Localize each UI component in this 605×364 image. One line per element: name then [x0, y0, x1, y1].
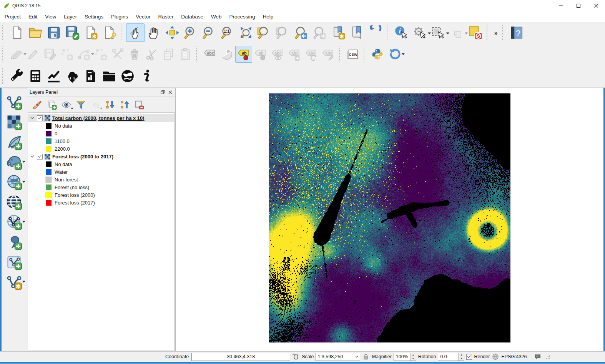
messages-icon[interactable] — [534, 353, 542, 361]
add-wcs-layer-button[interactable] — [4, 192, 25, 212]
plugin-settings-button[interactable] — [8, 67, 26, 85]
new-project-button[interactable] — [8, 23, 26, 42]
resize-grip[interactable] — [546, 354, 550, 359]
add-group-button[interactable] — [44, 98, 59, 111]
add-wfs-layer-button[interactable] — [4, 212, 25, 232]
deselect-all-button[interactable] — [466, 23, 484, 42]
new-geopackage-layer-button[interactable] — [4, 252, 25, 272]
crs-status-icon[interactable] — [492, 353, 499, 361]
remove-layer-button[interactable] — [132, 98, 146, 111]
refresh-button[interactable] — [366, 23, 384, 42]
plugin-folder-button[interactable] — [100, 67, 118, 85]
pin-unpin-labels-button[interactable]: ab — [235, 46, 252, 63]
metasearch-csw-button[interactable]: CSW — [344, 46, 361, 63]
toolbar-drag-handle[interactable] — [502, 25, 506, 40]
dropdown-arrow-icon[interactable] — [402, 53, 405, 55]
cut-features-button[interactable] — [143, 46, 160, 63]
select-features-button[interactable] — [429, 23, 447, 42]
node-tool-button[interactable]: ✱ — [75, 46, 92, 63]
scale-combobox[interactable]: 1:3,598,250 — [316, 353, 360, 361]
menu-vector[interactable]: Vector — [132, 12, 154, 21]
toolbar-drag-handle[interactable] — [196, 47, 200, 62]
magnifier-spinbox[interactable]: 100% ▲▼ — [394, 353, 416, 361]
identify-features-button[interactable]: i — [392, 23, 411, 42]
toolbar-extension-button[interactable]: » — [492, 30, 500, 36]
move-label-button[interactable]: abc — [286, 46, 303, 63]
toolbar-drag-handle[interactable] — [2, 47, 6, 62]
toolbar-drag-handle[interactable] — [2, 25, 6, 40]
filter-expression-button[interactable]: ε — [88, 98, 103, 111]
add-feature-button[interactable]: ✱ — [58, 46, 75, 63]
menu-raster[interactable]: Raster — [155, 12, 178, 21]
float-panel-icon[interactable] — [160, 90, 165, 95]
zoom-in-button[interactable] — [181, 23, 200, 42]
add-spatialite-layer-button[interactable] — [4, 132, 25, 152]
render-checkbox-box[interactable] — [466, 354, 472, 360]
zoom-to-layer-button[interactable] — [255, 23, 274, 42]
layer-item[interactable]: Forest loss (2000 to 2017) — [28, 153, 174, 160]
extents-toggle-icon[interactable] — [292, 353, 300, 361]
show-bookmarks-button[interactable] — [347, 23, 366, 42]
current-edits-button[interactable] — [8, 46, 25, 63]
rotate-label-button[interactable]: abc — [303, 46, 320, 63]
plugin-report-button[interactable] — [81, 67, 100, 85]
copy-features-button[interactable] — [160, 46, 177, 63]
highlight-pinned-labels-button[interactable]: ab — [252, 46, 269, 63]
python-console-button[interactable] — [369, 46, 386, 63]
toolbar-drag-handle[interactable] — [121, 25, 125, 40]
menu-processing[interactable]: Processing — [226, 12, 259, 21]
pan-to-selection-button[interactable] — [163, 23, 181, 42]
toolbar-drag-handle[interactable] — [339, 47, 343, 62]
layer-labeling-options-button[interactable]: abc — [201, 46, 218, 63]
run-feature-action-button[interactable] — [411, 23, 429, 42]
zoom-to-selection-button[interactable] — [274, 23, 292, 42]
expander-icon[interactable] — [30, 116, 35, 120]
plugin-globe-button[interactable] — [118, 67, 137, 85]
change-label-button[interactable]: abc — [320, 46, 337, 63]
paste-features-button[interactable] — [177, 46, 194, 63]
add-postgis-layer-button[interactable] — [4, 152, 25, 172]
zoom-out-button[interactable] — [200, 23, 218, 42]
filter-legend-button[interactable] — [73, 98, 88, 111]
toggle-editing-button[interactable] — [25, 46, 42, 63]
undo-redo-button[interactable] — [386, 46, 403, 63]
zoom-full-button[interactable] — [237, 23, 255, 42]
coordinate-input[interactable]: 30.463,4.318 — [191, 353, 290, 361]
pan-map-button[interactable] — [145, 23, 163, 42]
add-vector-layer-button[interactable] — [4, 92, 25, 112]
add-wms-layer-button[interactable] — [4, 172, 25, 192]
plugin-statistics-button[interactable] — [45, 67, 63, 85]
toolbar-drag-handle[interactable] — [364, 47, 367, 62]
map-canvas-raster[interactable] — [269, 93, 510, 342]
zoom-next-button[interactable] — [311, 23, 329, 42]
toolbar-drag-handle[interactable] — [387, 25, 391, 40]
menu-web[interactable]: Web — [207, 12, 226, 21]
menu-settings[interactable]: Settings — [81, 12, 107, 21]
minimize-button[interactable] — [552, 0, 570, 12]
save-layer-edits-button[interactable] — [42, 46, 58, 63]
manage-visibility-button[interactable] — [59, 98, 73, 111]
new-bookmark-button[interactable]: ✱ — [329, 23, 347, 42]
move-feature-button[interactable] — [92, 46, 109, 63]
menu-plugins[interactable]: Plugins — [107, 12, 132, 21]
menu-edit[interactable]: Edit — [25, 12, 41, 21]
open-project-button[interactable] — [26, 23, 45, 42]
menu-view[interactable]: View — [41, 12, 60, 21]
layer-checkbox[interactable] — [37, 154, 43, 160]
dropdown-arrow-icon[interactable] — [22, 181, 25, 183]
toolbar-drag-handle[interactable] — [2, 68, 6, 84]
expand-all-button[interactable] — [103, 98, 117, 111]
plugin-download-button[interactable] — [63, 67, 81, 85]
dropdown-arrow-icon[interactable] — [22, 161, 25, 163]
select-by-expression-button[interactable]: ε — [447, 23, 466, 42]
layer-diagram-options-button[interactable] — [218, 46, 235, 63]
zoom-native-button[interactable]: 1:1 — [218, 23, 237, 42]
plugin-calculator-button[interactable] — [26, 67, 45, 85]
collapse-all-button[interactable] — [117, 98, 132, 111]
maximize-button[interactable] — [570, 0, 587, 12]
delete-selected-button[interactable] — [126, 46, 143, 63]
add-raster-layer-button[interactable] — [4, 112, 25, 132]
menu-help[interactable]: Help — [259, 12, 277, 21]
save-project-as-button[interactable] — [63, 23, 81, 42]
dropdown-arrow-icon[interactable] — [71, 108, 73, 110]
